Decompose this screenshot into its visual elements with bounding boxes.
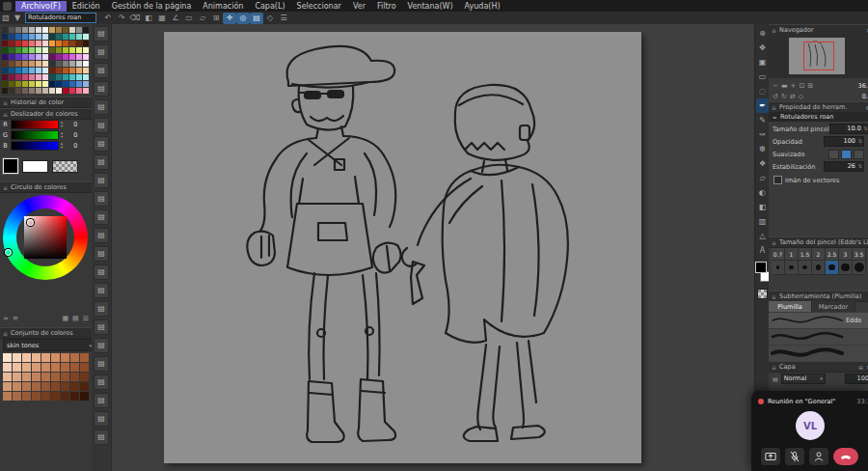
material-dock-item[interactable]: ▤ xyxy=(94,136,109,152)
grid-view-icon[interactable]: ▦ xyxy=(62,315,68,322)
hang-up-button[interactable] xyxy=(833,448,858,465)
menu-item[interactable]: Filtro xyxy=(371,1,402,12)
share-screen-button[interactable] xyxy=(761,448,780,465)
color-swatch[interactable] xyxy=(9,61,14,67)
list-view-icon[interactable]: ▤ xyxy=(72,315,79,322)
color-swatch[interactable] xyxy=(22,74,28,80)
color-swatch[interactable] xyxy=(69,27,75,33)
color-swatch[interactable] xyxy=(29,74,35,80)
material-dock-item[interactable]: ▤ xyxy=(94,393,109,408)
fg-bg-color-control[interactable] xyxy=(755,262,770,285)
skin-tone-swatch[interactable] xyxy=(13,353,21,362)
color-swatch[interactable] xyxy=(63,54,68,60)
participants-button[interactable] xyxy=(809,448,828,465)
skin-tone-swatch[interactable] xyxy=(22,363,31,372)
color-swatch[interactable] xyxy=(42,68,48,73)
color-swatch[interactable] xyxy=(15,81,21,87)
material-dock-item[interactable]: ▤ xyxy=(94,228,109,243)
workspace-icon[interactable]: ▧ xyxy=(0,14,12,22)
color-swatch[interactable] xyxy=(15,88,21,94)
color-swatch[interactable] xyxy=(15,61,21,67)
color-swatch[interactable] xyxy=(63,47,68,53)
slider-stepper[interactable]: ▴ ▾ xyxy=(61,121,63,128)
reset-view-icon[interactable]: ◇ xyxy=(799,93,803,100)
color-swatch[interactable] xyxy=(29,27,35,33)
color-swatch[interactable] xyxy=(63,74,68,80)
skin-tone-swatch[interactable] xyxy=(3,373,12,381)
navigator-preview[interactable] xyxy=(769,34,868,78)
color-swatch[interactable] xyxy=(29,61,35,67)
menu-item[interactable]: Edición xyxy=(67,1,106,12)
color-swatch[interactable] xyxy=(9,81,14,87)
color-swatch[interactable] xyxy=(69,74,75,80)
brush-tool[interactable]: ✑ xyxy=(756,127,769,142)
material-dock-item[interactable]: ▤ xyxy=(94,81,109,97)
fill-icon[interactable]: ◧ xyxy=(142,13,155,24)
skin-tone-swatch[interactable] xyxy=(22,373,31,381)
foreground-color-square[interactable] xyxy=(755,262,767,273)
color-swatch[interactable] xyxy=(29,81,35,87)
blend-mode-dropdown[interactable]: Normal ▾ xyxy=(781,374,826,384)
skin-tone-swatch[interactable] xyxy=(61,382,69,391)
move-tool[interactable]: ✥ xyxy=(756,41,769,55)
slider-track[interactable] xyxy=(11,141,59,151)
color-swatch[interactable] xyxy=(49,41,55,46)
color-swatch[interactable] xyxy=(83,54,89,60)
color-swatch[interactable] xyxy=(63,27,68,33)
pencil-tool[interactable]: ✎ xyxy=(756,113,769,127)
color-swatch[interactable] xyxy=(83,68,89,73)
gradient-tool[interactable]: ▥ xyxy=(756,214,769,229)
skin-tone-swatch[interactable] xyxy=(80,353,89,362)
color-swatch[interactable] xyxy=(9,54,14,60)
menu-item[interactable]: Animación xyxy=(197,1,249,12)
skin-tone-swatch[interactable] xyxy=(41,363,50,372)
color-swatch[interactable] xyxy=(2,61,8,67)
color-swatch[interactable] xyxy=(36,81,41,87)
delete-icon[interactable]: ⌫ xyxy=(128,13,142,24)
color-swatch[interactable] xyxy=(83,81,89,87)
color-swatch[interactable] xyxy=(56,54,62,60)
color-swatch[interactable] xyxy=(42,54,48,60)
color-swatch[interactable] xyxy=(76,74,82,80)
actual-size-icon[interactable]: ⊞ xyxy=(807,82,813,90)
color-swatch[interactable] xyxy=(49,68,55,73)
color-swatch[interactable] xyxy=(2,74,8,80)
material-dock-item[interactable]: ▤ xyxy=(94,356,109,372)
material-dock-item[interactable]: ▤ xyxy=(94,283,109,298)
brush-size-preset[interactable]: 1 xyxy=(785,248,799,261)
skin-tone-swatch[interactable] xyxy=(61,373,69,381)
skin-tone-swatch[interactable] xyxy=(70,373,79,381)
brush-size-preset[interactable] xyxy=(839,261,853,275)
color-swatch[interactable] xyxy=(2,27,8,33)
skin-tone-swatch[interactable] xyxy=(32,373,41,381)
color-swatch[interactable] xyxy=(63,61,68,67)
material-dock-item[interactable]: ▤ xyxy=(94,44,109,60)
selection-tool[interactable]: ▭ xyxy=(756,69,769,84)
snap-grid-icon[interactable]: ▤ xyxy=(250,13,263,24)
skin-tone-swatch[interactable] xyxy=(70,363,79,372)
menu-item[interactable]: Ver xyxy=(347,1,371,12)
redo-icon[interactable]: ↷ xyxy=(115,13,128,24)
color-swatch[interactable] xyxy=(56,34,62,40)
color-swatch[interactable] xyxy=(83,27,89,33)
color-swatch[interactable] xyxy=(2,68,8,73)
foreground-color-swatch[interactable] xyxy=(3,158,18,174)
zoom-in-icon[interactable]: + xyxy=(791,82,797,90)
snap-special-icon[interactable]: ◎ xyxy=(236,13,250,24)
smoothing-option-button[interactable] xyxy=(854,150,864,159)
rotate-right-icon[interactable]: ↻ xyxy=(781,93,787,100)
color-swatch[interactable] xyxy=(83,47,89,53)
text-tool[interactable]: A xyxy=(756,243,769,258)
airbrush-tool[interactable]: ❆ xyxy=(756,142,769,156)
color-swatch[interactable] xyxy=(56,47,62,53)
slider-stepper[interactable]: ▴ ▾ xyxy=(61,131,63,139)
slider-track[interactable] xyxy=(11,120,59,129)
brush-size-preset[interactable]: 2.5 xyxy=(826,248,839,261)
skin-tone-swatch[interactable] xyxy=(13,392,21,401)
skin-tone-swatch[interactable] xyxy=(13,373,21,381)
current-tool-name[interactable]: Rotuladores roan xyxy=(25,13,96,23)
material-dock-item[interactable]: ▤ xyxy=(94,118,109,133)
color-swatch[interactable] xyxy=(15,27,21,33)
zoom-tool[interactable]: ⊕ xyxy=(756,26,769,41)
skin-tone-swatch[interactable] xyxy=(70,353,79,362)
